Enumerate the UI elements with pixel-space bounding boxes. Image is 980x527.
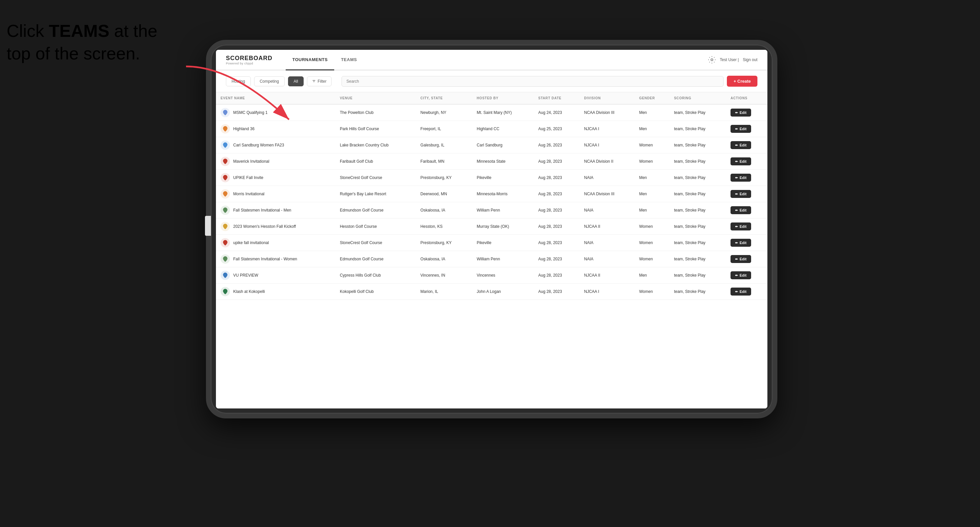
cell-gender: Men (635, 121, 670, 137)
col-city-state: CITY, STATE (416, 92, 472, 104)
actions-cell: ✏ Edit (726, 202, 767, 219)
event-name-cell: 2023 Women's Hesston Fall Kickoff (216, 219, 335, 235)
navbar: SCOREBOARD Powered by clippd TOURNAMENTS… (216, 50, 767, 70)
cell-gender: Women (635, 137, 670, 153)
table-row: Fall Statesmen Invitational - Women Edmu… (216, 251, 767, 267)
edit-button[interactable]: ✏ Edit (730, 190, 751, 198)
table-header-row: EVENT NAME VENUE CITY, STATE HOSTED BY S… (216, 92, 767, 104)
cell-start-date: Aug 28, 2023 (533, 219, 579, 235)
create-btn[interactable]: + Create (727, 76, 757, 87)
edit-button[interactable]: ✏ Edit (730, 206, 751, 214)
search-input[interactable] (342, 76, 724, 87)
edit-button[interactable]: ✏ Edit (730, 125, 751, 133)
event-name-text: Fall Statesmen Invitational - Women (233, 257, 298, 261)
col-scoring: SCORING (670, 92, 726, 104)
table-row: Carl Sandburg Women FA23 Lake Bracken Co… (216, 137, 767, 153)
cell-start-date: Aug 28, 2023 (533, 235, 579, 251)
table-row: Maverick Invitational Faribault Golf Clu… (216, 153, 767, 170)
actions-cell: ✏ Edit (726, 153, 767, 170)
pencil-icon: ✏ (735, 160, 738, 163)
cell-hosted-by: William Penn (472, 251, 533, 267)
pencil-icon: ✏ (735, 143, 738, 147)
settings-icon[interactable] (708, 56, 716, 64)
event-name-text: MSMC Qualifying 1 (233, 110, 267, 115)
edit-button[interactable]: ✏ Edit (730, 157, 751, 165)
side-tab (205, 216, 211, 236)
nav-teams[interactable]: TEAMS (334, 50, 363, 70)
col-hosted-by: HOSTED BY (472, 92, 533, 104)
cell-scoring: team, Stroke Play (670, 284, 726, 300)
cell-venue: Park Hills Golf Course (335, 121, 416, 137)
event-name-cell: VU PREVIEW (216, 267, 335, 284)
pencil-icon: ✏ (735, 241, 738, 245)
edit-button[interactable]: ✏ Edit (730, 271, 751, 279)
event-logo (221, 157, 230, 166)
pencil-icon: ✏ (735, 176, 738, 179)
cell-venue: Edmundson Golf Course (335, 251, 416, 267)
event-name-cell: upike fall invitational (216, 235, 335, 251)
edit-button[interactable]: ✏ Edit (730, 239, 751, 247)
col-venue: VENUE (335, 92, 416, 104)
event-name-text: Klash at Kokopelli (233, 289, 265, 294)
all-filter-btn[interactable]: All (288, 76, 304, 86)
cell-scoring: team, Stroke Play (670, 251, 726, 267)
event-logo (221, 140, 230, 150)
cell-gender: Women (635, 284, 670, 300)
cell-hosted-by: Carl Sandburg (472, 137, 533, 153)
cell-venue: Lake Bracken Country Club (335, 137, 416, 153)
col-gender: GENDER (635, 92, 670, 104)
col-division: DIVISION (579, 92, 635, 104)
col-actions: ACTIONS (726, 92, 767, 104)
actions-cell: ✏ Edit (726, 267, 767, 284)
cell-division: NAIA (579, 202, 635, 219)
table-row: Klash at Kokopelli Kokopelli Golf ClubMa… (216, 284, 767, 300)
cell-city-state: Hesston, KS (416, 219, 472, 235)
nav-signout[interactable]: Sign out (743, 57, 757, 62)
edit-button[interactable]: ✏ Edit (730, 222, 751, 230)
col-start-date: START DATE (533, 92, 579, 104)
cell-scoring: team, Stroke Play (670, 267, 726, 284)
event-name-text: Carl Sandburg Women FA23 (233, 143, 284, 148)
tournaments-table: EVENT NAME VENUE CITY, STATE HOSTED BY S… (216, 92, 767, 300)
table-row: upike fall invitational StoneCrest Golf … (216, 235, 767, 251)
event-logo (221, 173, 230, 182)
table-row: Highland 36 Park Hills Golf CourseFreepo… (216, 121, 767, 137)
cell-hosted-by: Pikeville (472, 235, 533, 251)
competing-filter-btn[interactable]: Competing (254, 76, 285, 86)
search-box (342, 76, 724, 87)
filter-icon (312, 79, 316, 83)
cell-gender: Women (635, 219, 670, 235)
cell-scoring: team, Stroke Play (670, 153, 726, 170)
edit-button[interactable]: ✏ Edit (730, 109, 751, 117)
cell-division: NAIA (579, 235, 635, 251)
event-name-cell: Fall Statesmen Invitational - Men (216, 202, 335, 219)
pencil-icon: ✏ (735, 208, 738, 212)
cell-start-date: Aug 28, 2023 (533, 284, 579, 300)
pencil-icon: ✏ (735, 192, 738, 196)
cell-gender: Men (635, 170, 670, 186)
pencil-icon: ✏ (735, 225, 738, 229)
brand: SCOREBOARD Powered by clippd (226, 55, 272, 65)
event-logo (221, 124, 230, 133)
filter-options-btn[interactable]: Filter (307, 76, 331, 86)
nav-tournaments[interactable]: TOURNAMENTS (286, 50, 334, 70)
cell-venue: Kokopelli Golf Club (335, 284, 416, 300)
event-logo (221, 271, 230, 280)
cell-city-state: Vincennes, IN (416, 267, 472, 284)
nav-right: Test User | Sign out (708, 56, 757, 64)
nav-user: Test User | (720, 57, 739, 62)
actions-cell: ✏ Edit (726, 219, 767, 235)
hosting-filter-btn[interactable]: Hosting (226, 76, 251, 86)
edit-button[interactable]: ✏ Edit (730, 174, 751, 182)
edit-button[interactable]: ✏ Edit (730, 255, 751, 263)
event-logo (221, 189, 230, 198)
tablet-frame: SCOREBOARD Powered by clippd TOURNAMENTS… (206, 40, 777, 418)
cell-start-date: Aug 28, 2023 (533, 267, 579, 284)
cell-start-date: Aug 24, 2023 (533, 104, 579, 121)
nav-links: TOURNAMENTS TEAMS (286, 50, 708, 70)
actions-cell: ✏ Edit (726, 284, 767, 300)
instruction-text: Click TEAMS at thetop of the screen. (6, 20, 158, 65)
edit-button[interactable]: ✏ Edit (730, 141, 751, 149)
edit-button[interactable]: ✏ Edit (730, 287, 751, 295)
cell-scoring: team, Stroke Play (670, 121, 726, 137)
